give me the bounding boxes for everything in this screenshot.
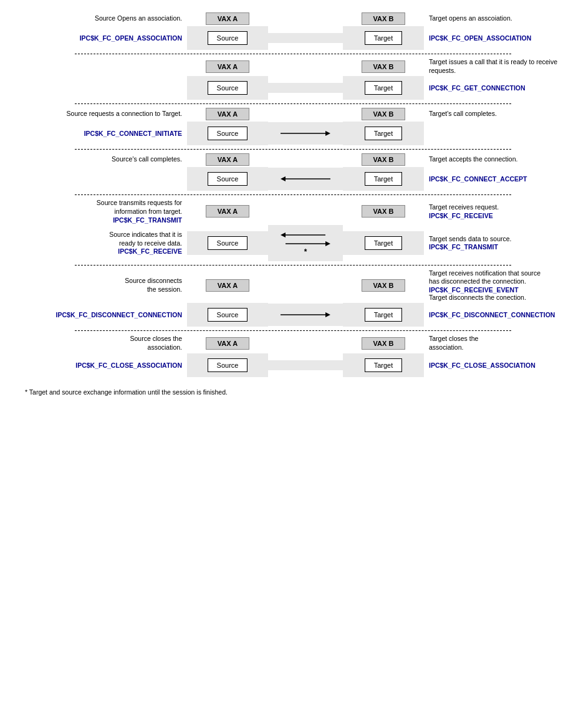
- arrow-area-4: [268, 168, 343, 190]
- source-node-4: Source: [208, 172, 248, 186]
- arrow-area-7: [268, 360, 343, 370]
- vax-b-node-4: Target: [343, 167, 424, 191]
- footnote: * Target and source exchange information…: [12, 388, 569, 396]
- source-node-3: Source: [208, 127, 248, 140]
- svg-marker-7: [325, 241, 330, 246]
- header-row-7: Source closes theassociation. VAX A VAX …: [12, 335, 569, 352]
- right-header-desc-4: Target accepts the connection.: [424, 155, 581, 164]
- node-row-5: Source indicates that it isready to rece…: [12, 225, 569, 261]
- vax-a-node-7: Source: [187, 353, 268, 377]
- vax-a-node-2: Source: [187, 76, 268, 100]
- vax-b-node-7: Target: [343, 353, 424, 377]
- right-header-desc-2: Target issues a call that it is ready to…: [424, 58, 581, 75]
- right-ipc-5: Target sends data to source. IPC$K_FC_TR…: [424, 235, 581, 251]
- node-row-4: Source Target IPC$K_FC_CONNECT_ACCEPT: [12, 167, 569, 191]
- node-row-7: IPC$K_FC_CLOSE_ASSOCIATION Source Target…: [12, 353, 569, 377]
- target-node-6: Target: [365, 308, 403, 322]
- left-header-desc-1: Source Opens an association.: [12, 14, 187, 23]
- vax-b-node-2: Target: [343, 76, 424, 100]
- section-connect-initiate: Source requests a connection to Target. …: [12, 108, 569, 145]
- vax-a-header-4: VAX A: [187, 153, 268, 166]
- svg-marker-3: [281, 176, 286, 181]
- diagram: Source Opens an association. VAX A VAX B…: [0, 6, 581, 402]
- section-close-association: Source closes theassociation. VAX A VAX …: [12, 335, 569, 376]
- vax-a-node-3: Source: [187, 122, 268, 145]
- left-ipc-1: IPC$K_FC_OPEN_ASSOCIATION: [12, 34, 187, 42]
- right-header-6: Target receives notification that source…: [424, 269, 581, 302]
- vax-a-header-7: VAX A: [187, 337, 268, 350]
- section-get-connection: VAX A VAX B Target issues a call that it…: [12, 58, 569, 100]
- vax-a-node-4: Source: [187, 167, 268, 191]
- vax-a-header-3: VAX A: [187, 108, 268, 120]
- target-node-7: Target: [365, 358, 403, 372]
- source-node-5: Source: [208, 236, 248, 250]
- left-ipc-5: Source indicates that it isready to rece…: [12, 231, 187, 255]
- left-header-desc-4: Source's call completes.: [12, 155, 187, 164]
- source-node-1: Source: [208, 31, 248, 45]
- header-row-1: Source Opens an association. VAX A VAX B…: [12, 12, 569, 25]
- right-ipc-4: IPC$K_FC_CONNECT_ACCEPT: [424, 175, 581, 183]
- left-ipc-6: IPC$K_FC_DISCONNECT_CONNECTION: [12, 311, 187, 318]
- vax-a-header-1: VAX A: [187, 12, 268, 25]
- right-header-desc-3: Target's call completes.: [424, 110, 581, 118]
- divider-6: [75, 330, 511, 331]
- vax-b-node-6: Target: [343, 303, 424, 327]
- section-open-association: Source Opens an association. VAX A VAX B…: [12, 12, 569, 50]
- arrow-area-6: [268, 304, 343, 326]
- node-row-3: IPC$K_FC_CONNECT_INITIATE Source Target: [12, 122, 569, 145]
- left-header-desc-7: Source closes theassociation.: [12, 335, 187, 352]
- target-node-1: Target: [365, 31, 403, 45]
- right-header-desc-7: Target closes theassociation.: [424, 335, 581, 352]
- vax-a-header-2: VAX A: [187, 60, 268, 73]
- divider-5: [75, 265, 511, 266]
- source-node-2: Source: [208, 81, 248, 95]
- header-row-2: VAX A VAX B Target issues a call that it…: [12, 58, 569, 75]
- vax-a-header-6: VAX A: [187, 279, 268, 292]
- arrow-both-5: [281, 230, 330, 249]
- right-ipc-7: IPC$K_FC_CLOSE_ASSOCIATION: [424, 362, 581, 369]
- divider-1: [75, 54, 511, 54]
- node-row-6: IPC$K_FC_DISCONNECT_CONNECTION Source Ta…: [12, 303, 569, 327]
- section-transmit-receive: Source transmits requests forinformation…: [12, 199, 569, 261]
- left-header-desc-6: Source disconnectsthe session.: [12, 277, 187, 294]
- header-row-4: Source's call completes. VAX A VAX B Tar…: [12, 153, 569, 166]
- vax-a-node-1: Source: [187, 26, 268, 50]
- left-header-desc-3: Source requests a connection to Target.: [12, 110, 187, 118]
- source-node-6: Source: [208, 308, 248, 322]
- right-ipc-2: IPC$K_FC_GET_CONNECTION: [424, 84, 581, 92]
- vax-b-header-2: VAX B: [343, 60, 424, 73]
- vax-b-node-1: Target: [343, 26, 424, 50]
- header-row-3: Source requests a connection to Target. …: [12, 108, 569, 120]
- vax-b-header-4: VAX B: [343, 153, 424, 166]
- arrow-area-3: [268, 122, 343, 145]
- section-disconnect: Source disconnectsthe session. VAX A VAX…: [12, 269, 569, 327]
- header-row-6: Source disconnectsthe session. VAX A VAX…: [12, 269, 569, 302]
- vax-a-header-5: VAX A: [187, 205, 268, 218]
- right-header-5: Target receives request. IPC$K_FC_RECEIV…: [424, 203, 581, 219]
- vax-a-node-5: Source: [187, 231, 268, 255]
- right-ipc-6: IPC$K_FC_DISCONNECT_CONNECTION: [424, 311, 581, 318]
- target-node-4: Target: [365, 172, 403, 186]
- vax-b-header-1: VAX B: [343, 12, 424, 25]
- divider-3: [75, 149, 511, 150]
- vax-b-header-6: VAX B: [343, 279, 424, 292]
- target-node-5: Target: [365, 236, 403, 250]
- vax-b-header-3: VAX B: [343, 108, 424, 120]
- vax-a-node-6: Source: [187, 303, 268, 327]
- left-ipc-3: IPC$K_FC_CONNECT_INITIATE: [12, 130, 187, 137]
- left-header-5: Source transmits requests forinformation…: [12, 199, 187, 223]
- right-header-desc-1: Target opens an asscoiation.: [424, 14, 581, 23]
- source-node-7: Source: [208, 358, 248, 372]
- arrow-left-4: [281, 173, 330, 185]
- target-node-2: Target: [365, 81, 403, 95]
- arrow-area-2: [268, 83, 343, 93]
- divider-4: [75, 194, 511, 195]
- vax-b-node-5: Target: [343, 231, 424, 255]
- svg-marker-9: [325, 312, 330, 317]
- svg-marker-1: [325, 131, 330, 136]
- left-ipc-7: IPC$K_FC_CLOSE_ASSOCIATION: [12, 362, 187, 369]
- arrow-area-5: *: [268, 225, 343, 261]
- target-node-3: Target: [365, 127, 403, 140]
- asterisk-5: *: [304, 247, 307, 256]
- vax-b-header-7: VAX B: [343, 337, 424, 350]
